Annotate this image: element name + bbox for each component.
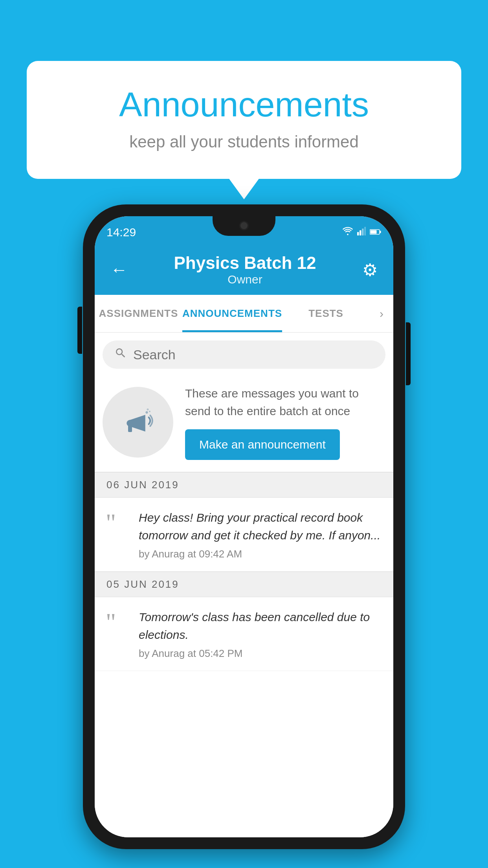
svg-point-9: [145, 411, 148, 414]
app-bar-title: Physics Batch 12: [132, 253, 358, 273]
phone-outer: 14:29: [83, 204, 405, 849]
speech-bubble-subtitle: keep all your students informed: [58, 132, 430, 151]
tabs-bar: ASSIGNMENTS ANNOUNCEMENTS TESTS ›: [95, 295, 393, 333]
promo-description: These are messages you want to send to t…: [185, 384, 385, 420]
svg-point-11: [147, 408, 149, 410]
announcement-meta-2: by Anurag at 05:42 PM: [139, 647, 385, 660]
svg-rect-2: [362, 228, 363, 235]
app-bar-subtitle: Owner: [132, 273, 358, 286]
tab-announcements[interactable]: ANNOUNCEMENTS: [182, 295, 282, 332]
back-button[interactable]: ←: [106, 256, 132, 283]
announcement-promo: These are messages you want to send to t…: [95, 373, 393, 472]
search-bar[interactable]: [103, 340, 385, 369]
promo-icon: [103, 387, 173, 458]
content-area: These are messages you want to send to t…: [95, 333, 393, 837]
date-separator-2: 05 JUN 2019: [95, 572, 393, 597]
battery-icon: [370, 227, 382, 238]
search-input[interactable]: [133, 347, 374, 362]
settings-button[interactable]: ⚙: [358, 256, 382, 284]
phone: 14:29: [83, 204, 405, 849]
announcement-content-2: Tomorrow's class has been cancelled due …: [139, 608, 385, 660]
app-bar: ← Physics Batch 12 Owner ⚙: [95, 245, 393, 295]
phone-notch: [213, 216, 275, 236]
tab-more[interactable]: ›: [370, 295, 393, 332]
tab-tests[interactable]: TESTS: [282, 295, 370, 332]
make-announcement-button[interactable]: Make an announcement: [185, 429, 340, 460]
announcement-text-1: Hey class! Bring your practical record b…: [139, 509, 385, 544]
svg-point-10: [149, 411, 150, 412]
speech-bubble-title: Announcements: [58, 85, 430, 125]
search-icon: [114, 347, 127, 362]
quote-icon-1: ": [106, 510, 129, 535]
app-bar-center: Physics Batch 12 Owner: [132, 253, 358, 286]
quote-icon-2: ": [106, 610, 129, 635]
svg-rect-8: [128, 425, 132, 432]
announcement-item-2[interactable]: " Tomorrow's class has been cancelled du…: [95, 597, 393, 671]
announcement-meta-1: by Anurag at 09:42 AM: [139, 548, 385, 560]
status-icons: [342, 227, 382, 238]
speech-bubble: Announcements keep all your students inf…: [27, 61, 461, 179]
svg-rect-5: [371, 230, 377, 234]
announcement-text-2: Tomorrow's class has been cancelled due …: [139, 608, 385, 644]
svg-rect-1: [360, 230, 361, 235]
promo-content: These are messages you want to send to t…: [185, 384, 385, 460]
announcement-item-1[interactable]: " Hey class! Bring your practical record…: [95, 498, 393, 572]
svg-rect-6: [380, 231, 381, 233]
status-time: 14:29: [106, 226, 136, 239]
signal-icon: [357, 227, 366, 238]
svg-rect-3: [364, 227, 366, 235]
speech-bubble-container: Announcements keep all your students inf…: [27, 61, 461, 179]
svg-rect-0: [357, 232, 359, 235]
tab-assignments[interactable]: ASSIGNMENTS: [95, 295, 182, 332]
date-separator-1: 06 JUN 2019: [95, 472, 393, 498]
announcement-content-1: Hey class! Bring your practical record b…: [139, 509, 385, 560]
phone-screen: 14:29: [95, 216, 393, 837]
wifi-icon: [342, 227, 353, 238]
notch-camera: [239, 221, 249, 230]
